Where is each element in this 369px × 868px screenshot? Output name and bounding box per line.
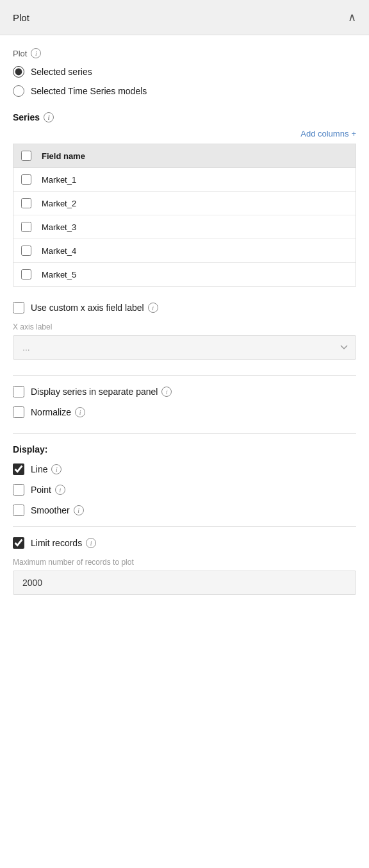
- table-row: Market_2: [13, 192, 356, 215]
- radio-input-selected-series[interactable]: [13, 66, 24, 78]
- divider-2: [13, 433, 356, 434]
- cell-market2: Market_2: [42, 199, 76, 208]
- row-check-market5: [21, 269, 42, 280]
- x-axis-dropdown-wrapper: X axis label ...: [13, 322, 356, 360]
- line-info-icon: i: [51, 464, 62, 474]
- row-check-market1: [21, 174, 42, 185]
- smoother-info-icon: i: [74, 505, 84, 515]
- max-records-wrapper: Maximum number of records to plot: [13, 558, 356, 595]
- row-check-market4: [21, 246, 42, 256]
- limit-records-checkbox-item[interactable]: Limit records i: [13, 537, 356, 549]
- series-table: Field name Market_1 Market_2 Market_3: [13, 144, 356, 287]
- plot-info-icon: i: [31, 48, 41, 58]
- max-records-label: Maximum number of records to plot: [13, 558, 356, 567]
- custom-x-axis-checkbox[interactable]: [13, 302, 24, 313]
- radio-selected-series[interactable]: Selected series: [13, 66, 356, 78]
- line-label: Line i: [31, 464, 62, 474]
- separate-panel-checkbox-item[interactable]: Display series in separate panel i: [13, 386, 356, 397]
- smoother-label: Smoother i: [31, 505, 84, 515]
- field-name-header: Field name: [42, 151, 85, 161]
- table-row: Market_4: [13, 239, 356, 263]
- limit-records-info-icon: i: [86, 538, 96, 548]
- point-checkbox-item[interactable]: Point i: [13, 484, 356, 496]
- table-row: Market_5: [13, 263, 356, 286]
- plot-radio-group: Selected series Selected Time Series mod…: [13, 66, 356, 97]
- series-section-label: Series i: [13, 112, 356, 122]
- limit-records-label: Limit records i: [31, 538, 96, 548]
- panel-body: Plot i Selected series Selected Time Ser…: [0, 35, 369, 623]
- table-row: Market_3: [13, 215, 356, 239]
- point-info-icon: i: [55, 485, 65, 495]
- normalize-checkbox-item[interactable]: Normalize i: [13, 406, 356, 418]
- cell-market1: Market_1: [42, 175, 76, 185]
- options-section: Display series in separate panel i Norma…: [13, 386, 356, 418]
- separate-panel-checkbox[interactable]: [13, 386, 24, 397]
- smoother-checkbox-item[interactable]: Smoother i: [13, 505, 356, 516]
- line-checkbox-item[interactable]: Line i: [13, 463, 356, 475]
- radio-input-time-series[interactable]: [13, 85, 24, 97]
- x-axis-dropdown[interactable]: ...: [13, 335, 356, 360]
- panel-title: Plot: [13, 12, 29, 23]
- point-label: Point i: [31, 485, 65, 495]
- table-header: Field name: [13, 144, 356, 168]
- max-records-input[interactable]: [13, 571, 356, 595]
- custom-x-axis-checkbox-item[interactable]: Use custom x axis field label i: [13, 302, 356, 313]
- series-info-icon: i: [44, 112, 54, 122]
- radio-label-time-series: Selected Time Series models: [31, 86, 147, 96]
- x-axis-section: Use custom x axis field label i X axis l…: [13, 302, 356, 360]
- select-all-checkbox[interactable]: [21, 151, 31, 161]
- divider-1: [13, 375, 356, 376]
- normalize-info-icon: i: [75, 407, 85, 417]
- header-checkbox-col: [21, 151, 42, 161]
- checkbox-market3[interactable]: [21, 222, 31, 232]
- checkbox-market5[interactable]: [21, 269, 31, 280]
- point-checkbox[interactable]: [13, 484, 24, 496]
- display-section: Display: Line i Point i Smoother i: [13, 444, 356, 516]
- checkbox-market2[interactable]: [21, 198, 31, 208]
- separate-panel-info-icon: i: [161, 387, 172, 397]
- table-row: Market_1: [13, 168, 356, 192]
- panel-header: Plot ∧: [0, 0, 369, 35]
- add-columns-button[interactable]: Add columns +: [300, 129, 356, 138]
- cell-market3: Market_3: [42, 222, 76, 232]
- display-section-label: Display:: [13, 444, 356, 455]
- series-section: Series i Add columns + Field name Market…: [13, 112, 356, 287]
- row-check-market2: [21, 198, 42, 208]
- cell-market4: Market_4: [42, 246, 76, 256]
- limit-records-checkbox[interactable]: [13, 537, 24, 549]
- radio-time-series-models[interactable]: Selected Time Series models: [13, 85, 356, 97]
- line-checkbox[interactable]: [13, 463, 24, 475]
- smoother-checkbox[interactable]: [13, 505, 24, 516]
- plot-section-label: Plot i: [13, 48, 356, 58]
- collapse-icon[interactable]: ∧: [348, 10, 356, 24]
- divider-3: [13, 526, 356, 527]
- cell-market5: Market_5: [42, 270, 76, 280]
- normalize-label: Normalize i: [31, 407, 85, 417]
- radio-label-selected-series: Selected series: [31, 67, 92, 77]
- x-axis-dropdown-label: X axis label: [13, 322, 356, 331]
- checkbox-market1[interactable]: [21, 174, 31, 185]
- separate-panel-label: Display series in separate panel i: [31, 387, 172, 397]
- custom-x-axis-label: Use custom x axis field label i: [31, 303, 158, 313]
- plot-section: Plot i Selected series Selected Time Ser…: [13, 48, 356, 97]
- normalize-checkbox[interactable]: [13, 406, 24, 418]
- series-header-row: Add columns +: [13, 129, 356, 138]
- limit-records-section: Limit records i Maximum number of record…: [13, 537, 356, 595]
- row-check-market3: [21, 222, 42, 232]
- checkbox-market4[interactable]: [21, 246, 31, 256]
- custom-x-axis-info-icon: i: [148, 303, 158, 313]
